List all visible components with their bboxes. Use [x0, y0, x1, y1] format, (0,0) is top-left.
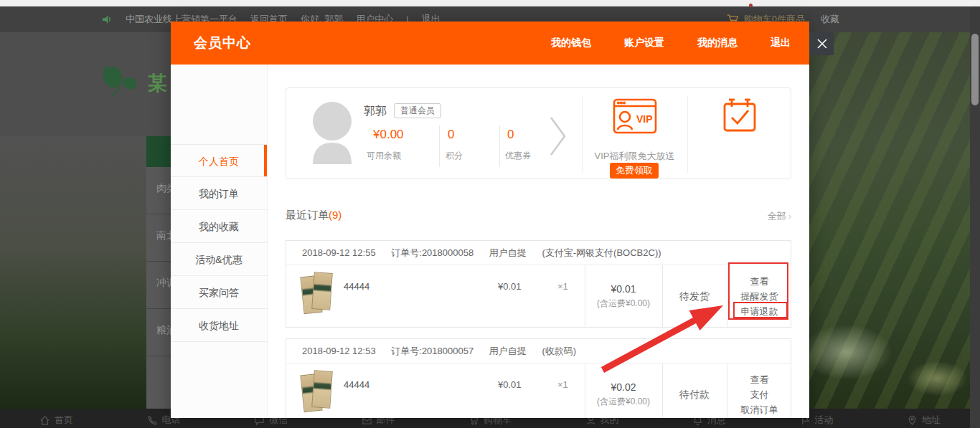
sidebar-item-shipping-address[interactable]: 收货地址 [171, 309, 267, 342]
points-value: 0 [448, 128, 454, 142]
nav-account-settings[interactable]: 账户设置 [624, 37, 664, 49]
modal-header: 会员中心 我的钱包 账户设置 我的消息 退出 [171, 22, 809, 65]
order-delivery-method: 用户自提 [489, 247, 527, 258]
announcement-speaker-icon [102, 14, 113, 24]
divider [499, 125, 500, 167]
order-number: 订单号:2018000057 [391, 346, 473, 356]
bottomnav-address[interactable]: 地址 [907, 412, 941, 428]
request-refund-link[interactable]: 申请退款 [741, 305, 778, 318]
product-name[interactable]: 44444 [344, 281, 369, 292]
order-status: 待付款 [662, 363, 727, 418]
balance-value: ¥0.00 [373, 128, 404, 142]
product-quantity: ×1 [557, 379, 568, 390]
nav-my-wallet[interactable]: 我的钱包 [551, 37, 591, 49]
order-time: 2018-09-12 12:53 [302, 346, 376, 356]
vip-promo-text: VIP福利限免大放送 [582, 150, 687, 163]
profile-card: 郭郭 普通会员 ¥0.00 可用余额 0 积分 0 优惠券 VIP VIP福利限… [286, 87, 791, 179]
profile-detail-chevron-icon[interactable] [549, 115, 567, 160]
leaf-logo-icon [99, 64, 141, 103]
home-icon [39, 415, 50, 426]
shipping-note: (含运费¥0.00) [597, 298, 650, 310]
order-actions: 查看 支付 取消订单 [727, 363, 792, 418]
scrollbar-thumb[interactable] [971, 34, 979, 105]
product-thumbnail[interactable] [302, 272, 335, 315]
close-icon [816, 38, 828, 49]
product-price: ¥0.01 [498, 281, 522, 292]
pay-order-link[interactable]: 支付 [750, 389, 769, 401]
order-header: 2018-09-12 12:53 订单号:2018000057 用户自提 (收款… [286, 339, 791, 363]
sidebar-item-buyer-qa[interactable]: 买家问答 [171, 276, 267, 309]
checkin-calendar-icon[interactable] [722, 98, 757, 135]
order-body: 44444 ¥0.01 ×1 ¥0.01 (含运费¥0.00) 待发货 查看 提… [286, 265, 791, 328]
category-item[interactable]: 肉类 [146, 167, 171, 214]
recent-orders-title: 最近订单 [286, 209, 329, 221]
order-card: 2018-09-12 12:55 订单号:2018000058 用户自提 (支付… [286, 240, 791, 328]
view-all-label: 全部 [768, 211, 786, 222]
recent-orders-count: (9) [329, 209, 341, 221]
order-payment-method: (支付宝-网银支付(BOCB2C)) [542, 247, 661, 258]
category-item[interactable]: 冲调 [146, 262, 171, 309]
order-total: ¥0.02 [611, 381, 636, 393]
site-logo: 某 [99, 62, 171, 105]
site-logo-text: 某 [148, 70, 167, 96]
modal-close-button[interactable] [810, 32, 834, 55]
remind-shipment-link[interactable]: 提醒发货 [741, 290, 778, 303]
order-payment-method: (收款码) [542, 346, 576, 356]
bottomnav-label: 地址 [922, 414, 941, 427]
screen: 中国农业线上营销第一平台 返回首页 你好, 郭郭 用户中心 | 退出 购物车0件… [0, 0, 980, 428]
category-item[interactable]: 南北 [146, 214, 171, 262]
user-name: 郭郭 [364, 104, 387, 119]
page-background-photo-right [809, 32, 980, 409]
bottomnav-home[interactable]: 首页 [39, 412, 73, 428]
cart-badge-dot [749, 4, 753, 7]
bottomnav-label: 活动 [815, 414, 834, 427]
free-claim-button[interactable]: 免费领取 [610, 163, 659, 179]
order-actions: 查看 提醒发货 申请退款 [727, 265, 792, 328]
favorite-link[interactable]: 收藏 [821, 13, 839, 26]
svg-text:VIP: VIP [636, 113, 653, 125]
product-thumbnail[interactable] [302, 371, 335, 414]
sidebar-item-my-orders[interactable]: 我的订单 [171, 177, 267, 210]
order-header: 2018-09-12 12:55 订单号:2018000058 用户自提 (支付… [286, 241, 791, 265]
phone-icon [147, 415, 158, 426]
page-scrollbar[interactable] [970, 6, 980, 428]
view-order-link[interactable]: 查看 [750, 374, 769, 386]
avatar [310, 100, 354, 167]
balance-label: 可用余额 [367, 150, 401, 162]
cancel-order-link[interactable]: 取消订单 [741, 404, 778, 417]
shipping-note: (含运费¥0.00) [597, 396, 650, 408]
order-total-cell: ¥0.02 (含运费¥0.00) [585, 363, 662, 418]
coupons-label: 优惠券 [505, 150, 531, 162]
recent-orders-heading: 最近订单(9) 全部› [286, 209, 791, 224]
nav-my-messages[interactable]: 我的消息 [697, 37, 738, 49]
nav-logout[interactable]: 退出 [771, 37, 791, 49]
member-center-modal: 会员中心 我的钱包 账户设置 我的消息 退出 个人首页 我的订单 我的收藏 活动… [171, 22, 809, 418]
coupons-value: 0 [507, 128, 514, 142]
sidebar-item-my-favorites[interactable]: 我的收藏 [171, 210, 267, 243]
product-name[interactable]: 44444 [344, 379, 369, 390]
category-menu-header [146, 136, 171, 167]
points-label: 积分 [446, 150, 463, 162]
order-delivery-method: 用户自提 [489, 346, 527, 356]
location-pin-icon [907, 415, 918, 426]
browser-top-strip [0, 0, 980, 6]
view-order-link[interactable]: 查看 [750, 275, 769, 288]
sidebar-item-personal-home[interactable]: 个人首页 [171, 144, 267, 177]
view-all-link[interactable]: 全部› [768, 210, 791, 223]
divider [439, 125, 440, 167]
product-price: ¥0.01 [498, 379, 522, 390]
divider [687, 95, 688, 173]
category-menu: 肉类 南北 冲调 粮油 [146, 167, 171, 409]
package-image [311, 272, 333, 310]
order-card: 2018-09-12 12:53 订单号:2018000057 用户自提 (收款… [286, 338, 791, 418]
order-body: 44444 ¥0.01 ×1 ¥0.02 (含运费¥0.00) 待付款 查看 支… [286, 363, 791, 418]
order-total: ¥0.01 [611, 283, 636, 295]
sidebar-menu: 个人首页 我的订单 我的收藏 活动&优惠 买家问答 收货地址 [171, 144, 267, 342]
bottomnav-label: 首页 [55, 414, 73, 427]
sidebar-item-activities-offers[interactable]: 活动&优惠 [171, 243, 267, 276]
member-level-badge: 普通会员 [394, 103, 441, 118]
order-number: 订单号:2018000058 [391, 247, 473, 258]
modal-title: 会员中心 [194, 34, 251, 52]
category-item[interactable]: 粮油 [146, 309, 171, 356]
modal-nav: 我的钱包 账户设置 我的消息 退出 [551, 22, 791, 65]
